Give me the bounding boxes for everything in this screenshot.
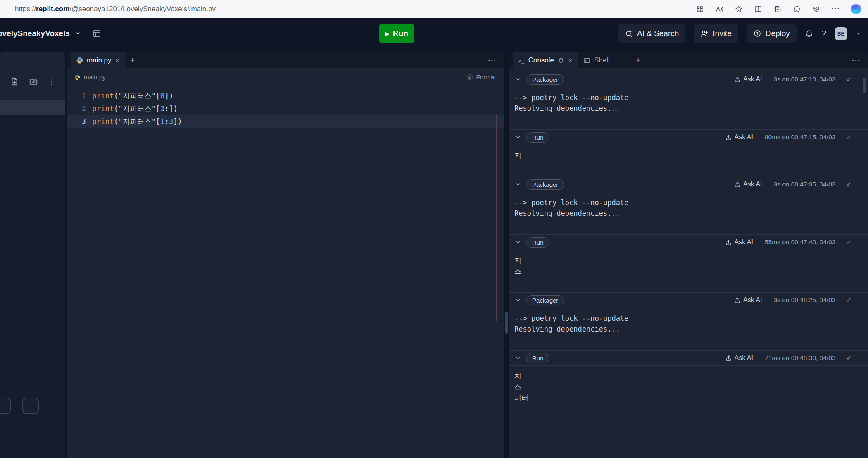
ask-ai-button[interactable]: Ask AI <box>725 239 753 246</box>
tab-label: main.py <box>87 56 112 64</box>
editor-breadcrumb: main.py Format <box>67 68 504 86</box>
editor-scrollbar[interactable] <box>496 114 497 321</box>
section-timestamp: 55ms on 00:47:40, 04/03 <box>765 239 836 246</box>
apps-grid-icon[interactable] <box>695 5 704 14</box>
selected-file-row[interactable] <box>0 100 65 114</box>
repl-name[interactable]: ovelySneakyVoxels <box>0 29 70 38</box>
deploy-button[interactable]: Deploy <box>747 24 797 43</box>
tab-shell[interactable]: Shell <box>578 52 615 68</box>
code-text: print("지피터스"[0]) <box>92 91 174 101</box>
console-section-header: RunAsk AI55ms on 00:47:40, 04/03✓ <box>509 234 868 250</box>
check-icon: ✓ <box>846 181 851 188</box>
code-lines: 1print("지피터스"[0])2print("지피터스"[3:])3prin… <box>67 89 504 128</box>
invite-label: Invite <box>713 29 731 38</box>
section-timestamp: 80ms on 00:47:15, 04/03 <box>765 134 836 141</box>
check-icon: ✓ <box>846 134 851 141</box>
account-avatar[interactable]: SE <box>835 27 847 40</box>
chevron-down-icon[interactable] <box>515 181 521 188</box>
chevron-down-icon[interactable] <box>515 76 521 83</box>
check-icon: ✓ <box>846 239 851 246</box>
console-section-output: --> poetry lock --no-updateResolving dep… <box>509 308 868 350</box>
favorites-star-icon[interactable] <box>734 5 743 14</box>
tab-main-py[interactable]: main.py ✕ <box>71 52 125 68</box>
extensions-icon[interactable] <box>792 5 801 14</box>
console-section-output: 지스피터 <box>509 366 868 419</box>
format-button[interactable]: Format <box>467 74 496 81</box>
run-button[interactable]: ▶ Run <box>379 24 414 43</box>
section-badge: Run <box>526 237 549 248</box>
browser-settings-menu-icon[interactable]: ··· <box>831 5 840 14</box>
editor-tab-options-icon[interactable]: ··· <box>480 52 504 68</box>
ask-ai-label: Ask AI <box>735 354 753 362</box>
file-actions-row: ⋮ <box>10 76 56 86</box>
console-options-icon[interactable]: ··· <box>844 52 868 68</box>
browser-chrome: https://replit.com/@seonaya1201/LovelySn… <box>0 0 868 18</box>
chevron-down-icon[interactable] <box>515 134 521 141</box>
ask-ai-button[interactable]: Ask AI <box>734 296 762 304</box>
read-aloud-icon[interactable] <box>715 5 724 14</box>
workspace-header: ovelySneakyVoxels ▶ Run AI & Search Invi… <box>0 18 868 49</box>
help-button[interactable]: ? <box>822 29 826 38</box>
tab-console[interactable]: >_ Console ✕ <box>513 52 578 68</box>
check-icon: ✓ <box>846 354 851 362</box>
console-section-header: PackagerAsk AI3s on 00:47:10, 04/03✓ <box>509 72 868 87</box>
ask-ai-label: Ask AI <box>743 181 762 188</box>
chevron-down-icon[interactable] <box>75 30 81 37</box>
check-icon: ✓ <box>846 296 851 304</box>
ask-ai-button[interactable]: Ask AI <box>734 181 762 188</box>
pane-resize-handle[interactable] <box>505 312 508 334</box>
invite-button[interactable]: Invite <box>694 24 738 43</box>
chevron-down-icon[interactable] <box>515 297 521 303</box>
split-screen-icon[interactable] <box>754 5 763 14</box>
console-section-header: PackagerAsk AI3s on 00:47:35, 04/03✓ <box>509 177 868 192</box>
section-badge: Run <box>526 353 549 363</box>
copilot-icon[interactable] <box>851 4 861 14</box>
code-line[interactable]: 1print("지피터스"[0]) <box>67 89 504 102</box>
code-text: print("지피터스"[3:]) <box>92 104 178 114</box>
close-tab-icon[interactable]: ✕ <box>115 57 120 64</box>
browser-essentials-icon[interactable] <box>812 5 821 14</box>
chevron-down-icon[interactable] <box>515 355 521 361</box>
deploy-icon <box>753 29 761 38</box>
url-host: replit.com <box>36 5 69 13</box>
terminal-icon: >_ <box>518 57 525 64</box>
trash-icon[interactable] <box>558 57 564 64</box>
bottom-left-widget[interactable] <box>22 398 39 414</box>
new-console-tab-button[interactable]: + <box>631 52 646 68</box>
shell-icon <box>583 57 590 64</box>
close-console-tab-icon[interactable]: ✕ <box>568 57 573 64</box>
ask-ai-label: Ask AI <box>743 76 762 83</box>
new-tab-button[interactable]: + <box>125 52 140 68</box>
ai-search-label: AI & Search <box>637 29 679 38</box>
ask-ai-button[interactable]: Ask AI <box>725 134 753 141</box>
ai-search-icon <box>625 29 633 38</box>
notifications-bell-icon[interactable] <box>805 29 813 38</box>
console-tab-label: Console <box>528 56 554 64</box>
collections-icon[interactable] <box>773 5 782 14</box>
new-file-icon[interactable] <box>10 77 19 86</box>
console-section-output: --> poetry lock --no-updateResolving dep… <box>509 192 868 234</box>
section-timestamp: 3s on 00:47:10, 04/03 <box>773 76 835 83</box>
format-label: Format <box>476 74 496 81</box>
account-chevron-down-icon[interactable] <box>856 31 861 36</box>
console-pane: >_ Console ✕ Shell + ··· PackagerAsk AI3… <box>509 52 868 458</box>
console-scrollbar-thumb[interactable] <box>863 78 866 93</box>
new-folder-icon[interactable] <box>29 77 38 86</box>
code-line[interactable]: 3print("지피터스"[1:3]) <box>67 115 504 128</box>
code-line[interactable]: 2print("지피터스"[3:]) <box>67 102 504 115</box>
code-text: print("지피터스"[1:3]) <box>92 117 182 126</box>
section-timestamp: 71ms on 00:48:30, 04/03 <box>765 354 836 362</box>
files-menu-kebab-icon[interactable]: ⋮ <box>48 76 56 86</box>
ask-ai-button[interactable]: Ask AI <box>734 76 762 83</box>
deploy-label: Deploy <box>766 29 790 38</box>
browser-toolbar: ··· <box>695 4 861 14</box>
chevron-down-icon[interactable] <box>515 239 521 246</box>
address-bar[interactable]: https://replit.com/@seonaya1201/LovelySn… <box>15 5 216 13</box>
ask-ai-button[interactable]: Ask AI <box>725 354 753 362</box>
ask-ai-label: Ask AI <box>743 296 762 304</box>
workspace-layout-icon[interactable] <box>92 29 101 38</box>
ai-search-button[interactable]: AI & Search <box>618 24 685 43</box>
format-icon <box>467 74 473 80</box>
console-sections: PackagerAsk AI3s on 00:47:10, 04/03✓--> … <box>509 72 868 419</box>
bottom-left-widget[interactable] <box>0 398 11 414</box>
